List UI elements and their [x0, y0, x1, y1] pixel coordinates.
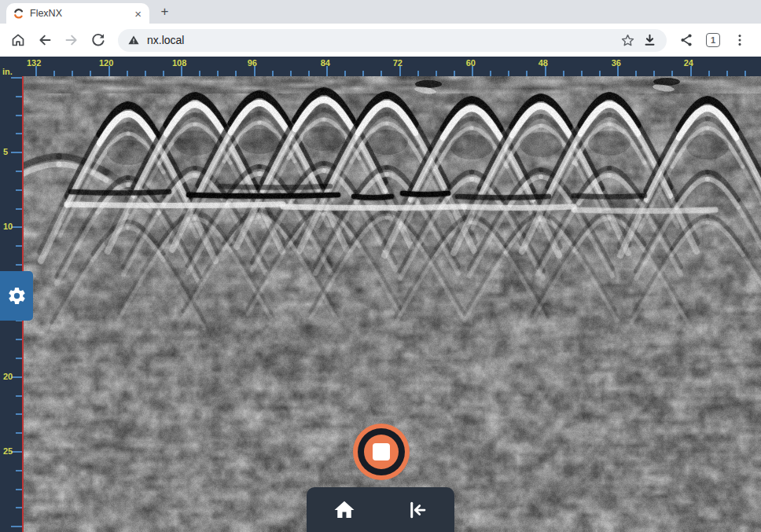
- skip-to-start-button[interactable]: [401, 494, 432, 526]
- left-ruler-tick: [11, 152, 23, 153]
- left-ruler-tick: [11, 226, 23, 228]
- gear-icon: [7, 286, 27, 306]
- top-ruler-tick: [72, 71, 73, 76]
- stop-recording-button[interactable]: [353, 424, 410, 480]
- browser-tab-flexnx[interactable]: FlexNX ×: [6, 3, 149, 24]
- top-ruler-tick: [726, 71, 728, 76]
- top-ruler-label: 72: [393, 58, 403, 68]
- back-icon[interactable]: [33, 28, 57, 52]
- left-ruler-tick: [11, 526, 23, 527]
- top-ruler-tick: [272, 71, 274, 76]
- share-icon[interactable]: [675, 28, 698, 52]
- top-ruler-inches: 13212010896847260483624: [0, 57, 761, 76]
- top-ruler-tick: [581, 71, 583, 76]
- stop-button-disc: [364, 435, 399, 469]
- address-bar[interactable]: nx.local: [118, 29, 667, 52]
- top-ruler-tick: [362, 71, 364, 76]
- top-ruler-tick: [380, 71, 382, 76]
- home-icon[interactable]: [6, 28, 30, 52]
- top-ruler-tick: [308, 71, 310, 76]
- download-icon[interactable]: [642, 33, 657, 48]
- tab-title: FlexNX: [30, 8, 127, 19]
- left-ruler-label: 5: [3, 147, 8, 156]
- top-ruler-tick: [199, 71, 200, 76]
- top-ruler-label: 60: [466, 58, 476, 68]
- top-ruler-tick: [90, 71, 91, 76]
- site-warning-icon[interactable]: [127, 34, 140, 46]
- top-ruler-tick: [217, 71, 219, 76]
- settings-button[interactable]: [0, 271, 33, 321]
- top-ruler-tick: [436, 71, 437, 76]
- home-nav-button[interactable]: [329, 494, 360, 526]
- flexnx-app-page: 13212010896847260483624 5102025 in.: [0, 57, 761, 532]
- top-ruler-tick: [563, 71, 564, 76]
- left-ruler-tick: [11, 376, 23, 378]
- home-filled-icon: [333, 498, 356, 522]
- top-ruler-tick: [454, 71, 455, 76]
- skip-to-start-icon: [405, 498, 428, 522]
- top-ruler-label: 24: [684, 58, 693, 68]
- left-ruler-tick: [11, 77, 23, 79]
- left-ruler-label: 25: [3, 446, 13, 456]
- ruler-unit-label: in.: [2, 67, 13, 76]
- stop-button-ring: [358, 428, 405, 475]
- top-ruler-tick: [163, 71, 164, 76]
- top-ruler-label: 96: [248, 58, 257, 68]
- top-ruler-label: 108: [172, 58, 186, 68]
- url-text[interactable]: nx.local: [147, 34, 613, 46]
- top-ruler-label: 84: [321, 58, 330, 68]
- menu-kebab-icon[interactable]: [728, 28, 752, 52]
- stop-icon: [373, 443, 390, 460]
- top-ruler-label: 48: [539, 58, 548, 68]
- left-ruler-tick: [11, 451, 23, 453]
- top-ruler-tick: [127, 71, 128, 76]
- bookmark-star-icon[interactable]: [620, 33, 635, 48]
- top-ruler-tick: [599, 71, 601, 76]
- top-ruler-tick: [53, 71, 55, 76]
- new-tab-button[interactable]: +: [157, 5, 172, 20]
- top-ruler-tick: [290, 71, 292, 76]
- top-ruler-tick: [744, 71, 746, 76]
- browser-tabstrip: FlexNX × +: [0, 0, 761, 24]
- top-ruler-tick: [490, 71, 491, 76]
- tab-counter[interactable]: 1: [701, 28, 725, 52]
- top-ruler-tick: [671, 71, 673, 76]
- top-ruler-label: 36: [612, 58, 621, 68]
- top-ruler-tick: [508, 71, 509, 76]
- reload-icon[interactable]: [86, 28, 110, 52]
- close-tab-icon[interactable]: ×: [133, 8, 143, 20]
- left-ruler-label: 20: [3, 372, 13, 381]
- top-ruler-tick: [145, 71, 146, 76]
- forward-icon[interactable]: [60, 28, 83, 52]
- top-ruler-tick: [526, 71, 528, 76]
- top-ruler-tick: [235, 71, 237, 76]
- flexnx-favicon-icon: [13, 8, 24, 20]
- top-ruler-tick: [635, 71, 637, 76]
- left-ruler-label: 10: [3, 222, 13, 231]
- bottom-nav-bar: [307, 487, 454, 532]
- top-ruler-tick: [653, 71, 655, 76]
- browser-toolbar: nx.local 1: [0, 24, 761, 57]
- screen: FlexNX × + nx.local: [0, 0, 761, 532]
- top-ruler-label: 132: [27, 58, 41, 68]
- top-ruler-tick: [344, 71, 346, 76]
- top-ruler-label: 120: [99, 58, 113, 68]
- top-ruler-tick: [708, 71, 710, 76]
- top-ruler-tick: [417, 71, 419, 76]
